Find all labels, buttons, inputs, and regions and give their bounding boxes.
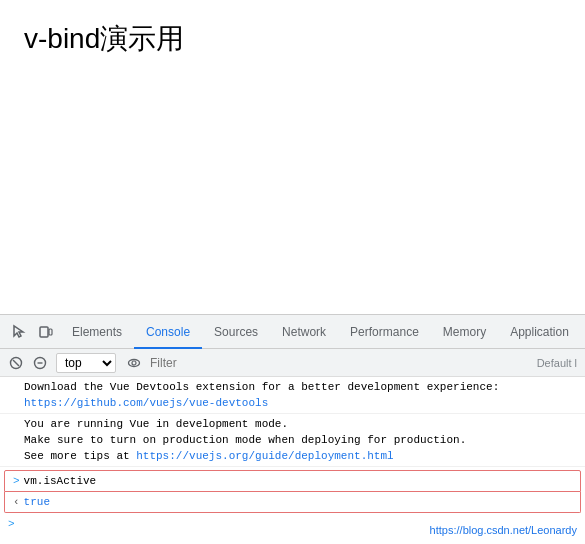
console-toolbar: top Default l bbox=[0, 349, 585, 377]
console-message-devmode: You are running Vue in development mode.… bbox=[0, 414, 585, 467]
tab-memory[interactable]: Memory bbox=[431, 315, 498, 349]
tab-network[interactable]: Network bbox=[270, 315, 338, 349]
console-input-row: > vm.isActive bbox=[5, 471, 580, 491]
svg-line-3 bbox=[13, 360, 19, 366]
tab-sources[interactable]: Sources bbox=[202, 315, 270, 349]
tab-elements[interactable]: Elements bbox=[60, 315, 134, 349]
tab-application[interactable]: Application bbox=[498, 315, 581, 349]
watermark-link[interactable]: https://blog.csdn.net/Leonardy bbox=[430, 524, 577, 536]
filter-input[interactable] bbox=[146, 353, 537, 373]
input-prompt-icon: > bbox=[13, 473, 20, 489]
tab-console[interactable]: Console bbox=[134, 315, 202, 349]
device-toolbar-icon[interactable] bbox=[32, 318, 60, 346]
svg-rect-0 bbox=[40, 327, 48, 337]
devtools-link[interactable]: https://github.com/vuejs/vue-devtools bbox=[24, 397, 268, 409]
devtools-panel: Elements Console Sources Network Perform… bbox=[0, 314, 585, 544]
devmode-line2: Make sure to turn on production mode whe… bbox=[24, 434, 466, 446]
console-cursor-prompt: > bbox=[8, 518, 15, 530]
page-title: v-bind演示用 bbox=[24, 20, 561, 58]
devtools-tabs-bar: Elements Console Sources Network Perform… bbox=[0, 315, 585, 349]
stop-recording-button[interactable] bbox=[28, 351, 52, 375]
result-arrow-icon: ‹ bbox=[13, 494, 20, 510]
page-content: v-bind演示用 bbox=[0, 0, 585, 314]
console-result-value: true bbox=[24, 494, 50, 510]
devmode-line1: You are running Vue in development mode. bbox=[24, 418, 288, 430]
clear-console-button[interactable] bbox=[4, 351, 28, 375]
tab-performance[interactable]: Performance bbox=[338, 315, 431, 349]
console-output[interactable]: Download the Vue Devtools extension for … bbox=[0, 377, 585, 544]
inspect-element-icon[interactable] bbox=[4, 318, 32, 346]
devtools-message-text: Download the Vue Devtools extension for … bbox=[24, 381, 499, 393]
console-message-devtools: Download the Vue Devtools extension for … bbox=[0, 377, 585, 414]
eye-icon[interactable] bbox=[122, 351, 146, 375]
default-levels-label: Default l bbox=[537, 357, 577, 369]
svg-rect-1 bbox=[49, 329, 52, 335]
console-input-text: vm.isActive bbox=[24, 473, 97, 489]
execution-context-select[interactable]: top bbox=[56, 353, 116, 373]
watermark: https://blog.csdn.net/Leonardy bbox=[430, 524, 577, 536]
deployment-link[interactable]: https://vuejs.org/guide/deployment.html bbox=[136, 450, 393, 462]
console-result-row: ‹ true bbox=[5, 492, 580, 512]
devmode-line3: See more tips at bbox=[24, 450, 136, 462]
svg-point-7 bbox=[132, 361, 136, 365]
